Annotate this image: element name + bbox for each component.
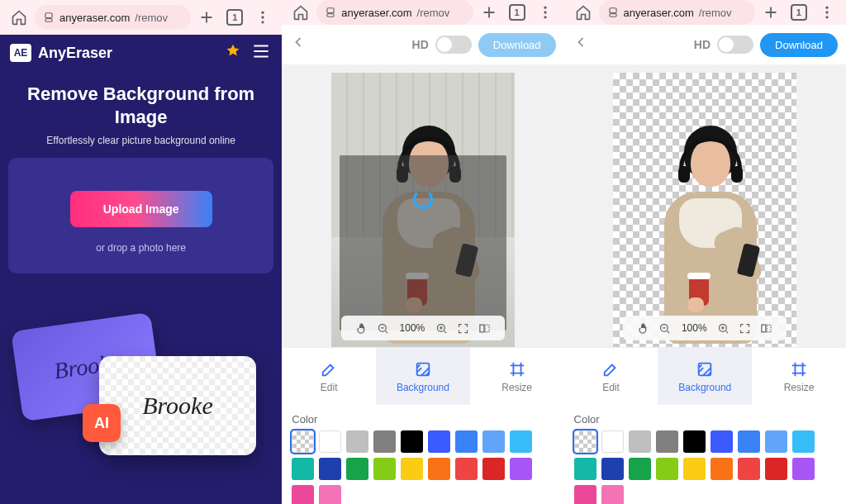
address-bar: anyeraser.com/remov 1	[564, 0, 846, 25]
tabs-icon[interactable]: 1	[787, 0, 811, 25]
tool-resize[interactable]: Resize	[470, 348, 564, 405]
color-swatch[interactable]	[792, 458, 815, 480]
editor-body: HD Download 100%	[564, 25, 846, 504]
color-swatch[interactable]	[428, 430, 450, 453]
color-label: Color	[292, 413, 554, 426]
color-swatch[interactable]	[765, 458, 787, 480]
color-swatch[interactable]	[319, 430, 341, 453]
color-swatch[interactable]	[455, 458, 478, 480]
editor-toolbar: HD Download	[282, 25, 563, 64]
color-swatch[interactable]	[711, 430, 733, 453]
canvas-area: 100%	[282, 64, 563, 347]
new-tab-icon[interactable]	[194, 5, 219, 30]
color-swatch[interactable]	[738, 430, 760, 453]
zoom-in-icon[interactable]	[435, 321, 448, 335]
fullscreen-icon[interactable]	[739, 321, 752, 335]
color-swatch[interactable]	[428, 458, 450, 480]
color-swatch[interactable]	[574, 430, 596, 453]
color-swatch[interactable]	[319, 485, 341, 504]
overflow-menu-icon[interactable]	[250, 5, 275, 30]
color-swatch[interactable]	[455, 430, 478, 453]
url-pill[interactable]: anyeraser.com/remov	[316, 0, 473, 25]
processing-overlay	[340, 155, 506, 330]
color-swatch[interactable]	[401, 458, 423, 480]
svg-rect-6	[327, 14, 334, 17]
upload-button[interactable]: Upload Image	[70, 191, 212, 227]
zoom-in-icon[interactable]	[717, 321, 730, 335]
home-icon[interactable]	[288, 0, 313, 25]
home-icon[interactable]	[7, 5, 31, 30]
pan-icon[interactable]	[637, 321, 650, 335]
color-swatch[interactable]	[601, 430, 624, 453]
overflow-menu-icon[interactable]	[815, 0, 839, 25]
overflow-menu-icon[interactable]	[533, 0, 558, 25]
tabs-icon[interactable]: 1	[222, 5, 247, 30]
tool-resize[interactable]: Resize	[752, 348, 846, 405]
color-swatch[interactable]	[738, 458, 760, 480]
hd-toggle[interactable]	[717, 36, 753, 54]
tool-background[interactable]: Background	[658, 348, 752, 405]
color-swatch[interactable]	[683, 458, 706, 480]
color-swatch[interactable]	[346, 458, 368, 480]
color-label: Color	[574, 413, 836, 426]
back-icon[interactable]	[290, 34, 311, 55]
color-swatch[interactable]	[292, 458, 314, 480]
color-swatch[interactable]	[292, 430, 314, 453]
image-canvas[interactable]: 100%	[331, 73, 515, 347]
color-swatch[interactable]	[482, 458, 505, 480]
color-swatch[interactable]	[656, 458, 678, 480]
fullscreen-icon[interactable]	[456, 321, 469, 335]
panel-editor-result: anyeraser.com/remov 1 HD Download	[564, 0, 846, 504]
image-canvas[interactable]: 100%	[613, 73, 796, 347]
home-icon[interactable]	[571, 0, 596, 25]
color-section: Color	[564, 405, 846, 504]
tool-background-label: Background	[678, 382, 731, 393]
color-swatch[interactable]	[574, 458, 596, 480]
color-swatch[interactable]	[601, 485, 624, 504]
compare-icon[interactable]	[760, 321, 773, 335]
download-button[interactable]: Download	[760, 33, 838, 57]
premium-icon[interactable]	[224, 43, 244, 63]
zoom-out-icon[interactable]	[377, 321, 390, 335]
color-swatch[interactable]	[510, 430, 532, 453]
color-swatch[interactable]	[401, 430, 423, 453]
tool-background-label: Background	[397, 382, 449, 393]
color-swatch[interactable]	[683, 430, 706, 453]
zoom-out-icon[interactable]	[658, 321, 672, 335]
svg-rect-15	[610, 8, 616, 13]
color-swatch[interactable]	[629, 458, 651, 480]
pan-icon[interactable]	[355, 321, 368, 335]
compare-icon[interactable]	[478, 321, 491, 335]
download-button[interactable]: Download	[478, 33, 556, 57]
panel-editor-processing: anyeraser.com/remov 1 HD Download	[282, 0, 563, 504]
hd-toggle[interactable]	[435, 36, 472, 54]
color-swatch[interactable]	[373, 458, 396, 480]
color-swatch[interactable]	[601, 458, 624, 480]
tabs-icon[interactable]: 1	[505, 0, 530, 25]
tool-background[interactable]: Background	[376, 348, 470, 405]
color-swatch[interactable]	[292, 485, 314, 504]
color-swatch[interactable]	[656, 430, 678, 453]
color-swatch[interactable]	[482, 430, 505, 453]
url-pill[interactable]: anyeraser.com/remov	[599, 0, 755, 25]
color-swatch[interactable]	[765, 430, 787, 453]
tool-edit[interactable]: Edit	[564, 348, 658, 405]
color-swatch[interactable]	[346, 430, 368, 453]
color-swatch[interactable]	[629, 430, 651, 453]
back-icon[interactable]	[573, 34, 594, 55]
canvas-area: 100%	[564, 64, 846, 347]
color-swatch[interactable]	[510, 458, 532, 480]
color-swatch[interactable]	[711, 458, 733, 480]
color-swatch[interactable]	[373, 430, 396, 453]
canvas-toolbar: 100%	[341, 316, 505, 340]
tool-tabs: Edit Background Resize	[564, 347, 846, 405]
new-tab-icon[interactable]	[477, 0, 501, 25]
color-swatch[interactable]	[574, 485, 596, 504]
menu-icon[interactable]	[250, 40, 272, 65]
color-swatch[interactable]	[319, 458, 341, 480]
tool-edit[interactable]: Edit	[282, 348, 376, 405]
url-pill[interactable]: anyeraser.com/remov	[35, 5, 191, 30]
color-swatch[interactable]	[792, 430, 815, 453]
sample-card-front: Brooke	[99, 356, 256, 455]
new-tab-icon[interactable]	[758, 0, 783, 25]
